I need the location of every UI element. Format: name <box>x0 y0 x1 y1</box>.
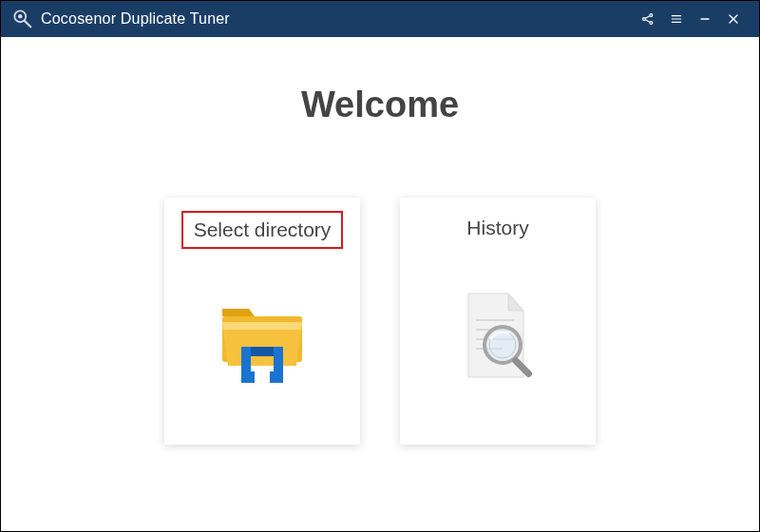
title-bar: Cocosenor Duplicate Tuner <box>1 1 759 37</box>
svg-line-1 <box>25 21 30 27</box>
svg-rect-15 <box>251 347 274 356</box>
svg-point-5 <box>650 22 653 25</box>
svg-line-6 <box>645 16 650 19</box>
menu-icon[interactable] <box>662 1 691 37</box>
cards-row: Select directory <box>164 198 596 445</box>
app-title: Cocosenor Duplicate Tuner <box>41 10 230 28</box>
folder-explorer-icon <box>164 249 360 445</box>
svg-point-2 <box>18 14 23 19</box>
history-label: History <box>417 211 579 245</box>
main-content: Welcome Select directory <box>1 37 759 531</box>
history-card[interactable]: History <box>400 198 596 445</box>
page-title: Welcome <box>301 85 459 125</box>
select-directory-card[interactable]: Select directory <box>164 198 360 445</box>
app-logo-icon <box>12 9 33 29</box>
select-directory-label: Select directory <box>181 211 343 249</box>
svg-point-4 <box>650 14 653 17</box>
close-icon[interactable] <box>719 1 748 37</box>
svg-point-3 <box>643 18 646 21</box>
app-window: Cocosenor Duplicate Tuner <box>1 1 759 531</box>
document-magnifier-icon <box>400 245 596 445</box>
minimize-icon[interactable] <box>691 1 719 37</box>
share-icon[interactable] <box>634 1 662 37</box>
svg-line-7 <box>645 20 650 23</box>
